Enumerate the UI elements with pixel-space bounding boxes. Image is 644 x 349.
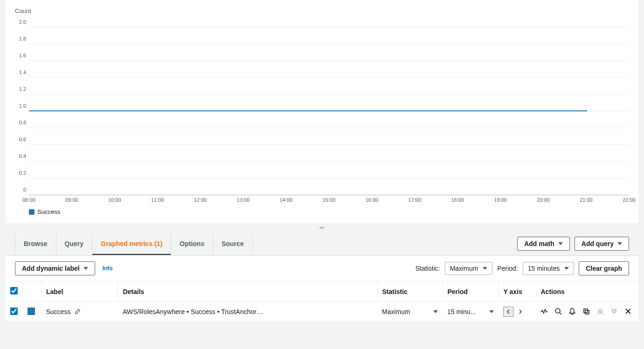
tab-options[interactable]: Options bbox=[171, 233, 213, 254]
search-icon[interactable] bbox=[554, 308, 562, 315]
remove-icon[interactable] bbox=[624, 308, 632, 315]
col-statistic: Statistic bbox=[377, 281, 443, 302]
add-dynamic-label-button[interactable]: Add dynamic label bbox=[15, 261, 95, 275]
row-checkbox[interactable] bbox=[10, 308, 18, 315]
chart-legend: Success bbox=[29, 208, 629, 215]
add-query-button[interactable]: Add query bbox=[575, 237, 629, 251]
y-tick: 1.4 bbox=[15, 69, 26, 75]
metric-label: Success bbox=[46, 308, 71, 315]
caret-down-icon bbox=[564, 267, 569, 270]
x-tick: 10:00 bbox=[108, 197, 121, 203]
svg-rect-3 bbox=[585, 310, 589, 314]
table-row: Success AWS/RolesAnywhere • Success • Tr… bbox=[6, 302, 638, 322]
info-link[interactable]: Info bbox=[103, 265, 113, 272]
y-tick: 0.8 bbox=[15, 120, 26, 125]
y-tick: 0 bbox=[15, 187, 26, 192]
x-tick: 09:00 bbox=[65, 197, 78, 203]
metric-details: AWS/RolesAnywhere • Success • TrustAncho… bbox=[123, 308, 263, 315]
button-label: Add dynamic label bbox=[22, 265, 80, 272]
legend-label: Success bbox=[37, 208, 60, 215]
period-select[interactable]: 15 minutes bbox=[523, 262, 574, 275]
x-tick: 16:00 bbox=[366, 197, 379, 203]
chart-y-axis-title: Count bbox=[15, 7, 629, 14]
svg-line-1 bbox=[560, 313, 561, 315]
button-label: Add math bbox=[524, 240, 554, 247]
caret-down-icon bbox=[558, 242, 563, 245]
duplicate-icon[interactable] bbox=[582, 308, 590, 315]
x-tick: 13:00 bbox=[237, 197, 250, 203]
col-actions: Actions bbox=[536, 281, 638, 302]
period-label: Period: bbox=[497, 265, 518, 272]
tabs-row: Browse Query Graphed metrics (1) Options… bbox=[6, 232, 638, 256]
y-tick: 2.0 bbox=[15, 19, 26, 25]
edit-icon[interactable] bbox=[74, 308, 81, 315]
table-header-row: Label Details Statistic Period Y axis Ac… bbox=[6, 281, 638, 302]
x-tick: 12:00 bbox=[194, 197, 207, 203]
row-statistic-select[interactable]: Maximum bbox=[382, 308, 438, 315]
svg-point-0 bbox=[555, 308, 560, 313]
chart-panel: Count 0 0.2 0.4 0.6 0.8 1.0 1.2 1.4 1.6 … bbox=[6, 0, 638, 223]
select-all-checkbox[interactable] bbox=[10, 287, 18, 294]
chart-series-line bbox=[29, 110, 587, 111]
chevron-left-icon bbox=[506, 309, 511, 314]
resize-handle-icon[interactable]: ═ bbox=[0, 223, 644, 232]
button-label: Add query bbox=[582, 240, 614, 247]
button-label: Clear graph bbox=[586, 265, 622, 272]
tab-graphed-metrics[interactable]: Graphed metrics (1) bbox=[92, 233, 171, 255]
caret-down-icon bbox=[483, 267, 487, 270]
x-tick: 17:00 bbox=[409, 197, 422, 203]
y-tick: 0.4 bbox=[15, 153, 26, 159]
y-tick: 0.6 bbox=[15, 137, 26, 142]
tab-source[interactable]: Source bbox=[213, 233, 252, 254]
y-tick: 0.2 bbox=[15, 170, 26, 176]
y-tick: 1.0 bbox=[15, 103, 26, 109]
series-color-swatch[interactable] bbox=[28, 308, 35, 315]
add-math-button[interactable]: Add math bbox=[517, 237, 570, 251]
chevron-right-icon bbox=[518, 309, 523, 314]
select-value: Maximum bbox=[382, 308, 410, 315]
caret-down-icon bbox=[83, 267, 88, 270]
tabs: Browse Query Graphed metrics (1) Options… bbox=[15, 233, 253, 254]
y-tick: 1.8 bbox=[15, 36, 26, 41]
select-value: 15 minutes bbox=[528, 265, 560, 272]
yaxis-left-button[interactable] bbox=[503, 307, 513, 317]
x-axis bbox=[29, 195, 629, 195]
statistic-select[interactable]: Maximum bbox=[445, 262, 493, 275]
x-tick: 19:00 bbox=[494, 197, 507, 203]
x-tick: 14:00 bbox=[280, 197, 293, 203]
svg-rect-2 bbox=[584, 309, 588, 313]
yaxis-right-button[interactable] bbox=[515, 307, 526, 317]
x-tick: 08:00 bbox=[22, 197, 35, 203]
col-details: Details bbox=[118, 281, 377, 302]
x-tick: 18:00 bbox=[451, 197, 464, 203]
caret-down-icon bbox=[433, 310, 438, 313]
y-tick: 1.6 bbox=[15, 53, 26, 58]
x-tick: 22:00 bbox=[623, 197, 636, 203]
caret-down-icon bbox=[489, 310, 494, 313]
col-label: Label bbox=[42, 281, 118, 302]
x-ticks: 08:00 09:00 10:00 11:00 12:00 13:00 14:0… bbox=[29, 197, 629, 205]
statistic-label: Statistic: bbox=[415, 265, 440, 272]
x-tick: 21:00 bbox=[580, 197, 593, 203]
x-tick: 15:00 bbox=[323, 197, 336, 203]
tab-browse[interactable]: Browse bbox=[15, 233, 56, 254]
controls-row: Add dynamic label Info Statistic: Maximu… bbox=[6, 256, 638, 281]
move-up-icon[interactable] bbox=[596, 308, 604, 315]
col-yaxis: Y axis bbox=[499, 281, 536, 302]
anomaly-detection-icon[interactable] bbox=[540, 308, 548, 315]
x-tick: 20:00 bbox=[537, 197, 550, 203]
alarm-bell-icon[interactable] bbox=[568, 308, 576, 315]
clear-graph-button[interactable]: Clear graph bbox=[579, 261, 629, 275]
tab-query[interactable]: Query bbox=[56, 233, 92, 254]
row-period-select[interactable]: 15 minu... bbox=[447, 308, 494, 315]
select-value: Maximum bbox=[450, 265, 478, 272]
move-down-icon[interactable] bbox=[610, 308, 618, 315]
legend-swatch bbox=[29, 209, 35, 215]
col-period: Period bbox=[443, 281, 499, 302]
x-tick: 11:00 bbox=[151, 197, 164, 203]
chart-area[interactable]: 0 0.2 0.4 0.6 0.8 1.0 1.2 1.4 1.6 1.8 2.… bbox=[29, 18, 629, 205]
caret-down-icon bbox=[617, 242, 622, 245]
metrics-table: Label Details Statistic Period Y axis Ac… bbox=[6, 281, 638, 322]
select-value: 15 minu... bbox=[447, 308, 476, 315]
y-tick: 1.2 bbox=[15, 86, 26, 92]
